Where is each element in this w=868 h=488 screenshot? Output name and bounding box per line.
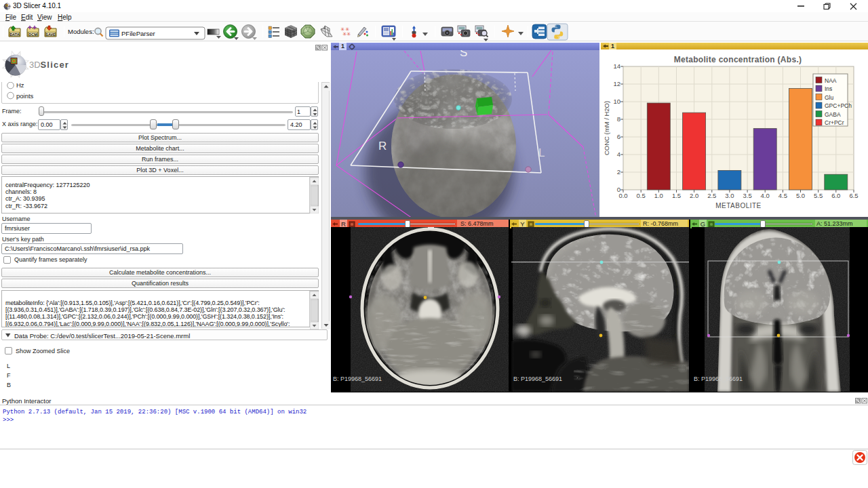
svg-text:L: L (538, 146, 545, 159)
svg-text:points: points (16, 92, 34, 100)
svg-text:6: 6 (617, 133, 620, 140)
svg-text:0.5: 0.5 (637, 192, 646, 199)
svg-text:GPC+PCh: GPC+PCh (825, 102, 852, 109)
svg-text:6.5: 6.5 (849, 192, 858, 199)
svg-text:2.0: 2.0 (690, 192, 698, 199)
svg-text:Ins: Ins (825, 85, 832, 92)
svg-text:4: 4 (617, 150, 620, 158)
svg-text:8: 8 (617, 115, 620, 123)
svg-text:3D: 3D (29, 60, 41, 70)
svg-text:METABOLITE: METABOLITE (715, 202, 762, 209)
svg-text:6.0: 6.0 (831, 192, 840, 199)
svg-text:1.0: 1.0 (654, 192, 663, 199)
svg-text:10: 10 (613, 98, 620, 105)
svg-text:Cr+PCr: Cr+PCr (825, 119, 844, 126)
svg-text:PFileParser: PFileParser (121, 30, 155, 37)
svg-text:GABA: GABA (825, 111, 841, 118)
svg-text:5.0: 5.0 (796, 192, 805, 199)
svg-text:12: 12 (613, 80, 620, 87)
svg-text:2.5: 2.5 (707, 192, 716, 199)
svg-text:Glu: Glu (825, 94, 834, 101)
svg-text:Hz: Hz (16, 82, 24, 89)
svg-text:NAA: NAA (825, 77, 837, 84)
svg-text:4.5: 4.5 (778, 192, 787, 199)
svg-text:R: R (378, 140, 387, 152)
svg-text:3.5: 3.5 (743, 192, 751, 199)
svg-text:4.0: 4.0 (761, 192, 770, 199)
svg-text:3.0: 3.0 (725, 192, 734, 199)
svg-text:CONC (mM / H2O): CONC (mM / H2O) (603, 101, 610, 155)
svg-text:✳: ✳ (347, 31, 351, 37)
svg-text:SAVE: SAVE (45, 33, 56, 37)
svg-text:Slicer: Slicer (41, 60, 70, 70)
svg-text:S: S (460, 50, 467, 59)
svg-text:14: 14 (613, 62, 620, 70)
svg-text:DCM: DCM (28, 33, 37, 37)
svg-text:2: 2 (617, 168, 620, 176)
svg-text:5.5: 5.5 (814, 192, 823, 199)
svg-text:B: P19968_56691: B: P19968_56691 (513, 375, 562, 382)
svg-text:Metabolite concentration (Abs.: Metabolite concentration (Abs.) (674, 55, 802, 64)
svg-text:1.5: 1.5 (672, 192, 681, 199)
svg-text:0: 0 (617, 186, 620, 193)
svg-text:B: P19968_56691: B: P19968_56691 (694, 375, 743, 382)
svg-text:B: P19968_56691: B: P19968_56691 (333, 375, 382, 382)
svg-text:DATA: DATA (9, 33, 19, 37)
